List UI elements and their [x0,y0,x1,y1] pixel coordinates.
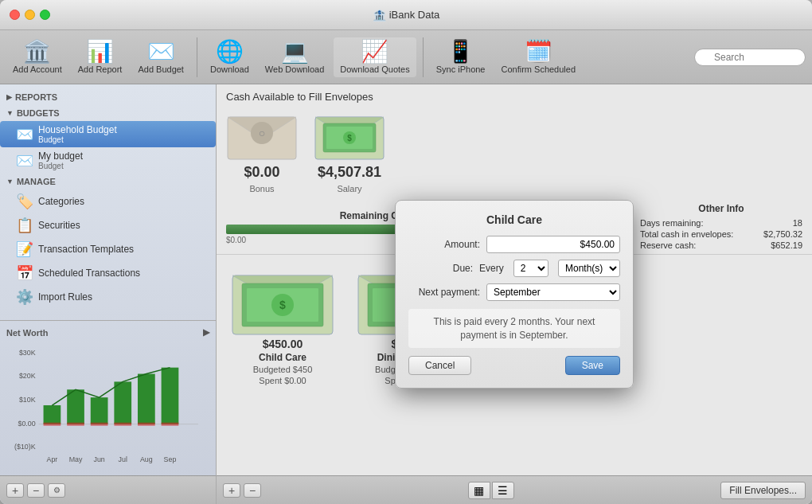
sidebar-item-scheduled-transactions[interactable]: 📅 Scheduled Transactions [0,261,216,285]
sidebar-item-household-budget[interactable]: ✉️ Household Budget Budget [0,121,216,147]
add-account-button[interactable]: 🏛️ Add Account [6,37,68,77]
title-text: iBank Data [389,9,440,21]
manage-arrow-icon: ▼ [6,178,14,186]
add-account-icon: 🏛️ [23,41,51,63]
household-budget-sub: Budget [38,135,117,144]
templates-icon: 📝 [16,240,33,258]
toolbar-separator-2 [423,37,424,77]
modal-due-unit-select[interactable]: Month(s) Week(s) Year(s) [558,260,620,277]
sidebar-item-categories[interactable]: 🏷️ Categories [0,189,216,213]
securities-icon: 📋 [16,217,33,234]
add-sidebar-button[interactable]: + [6,483,24,498]
sidebar-item-my-budget[interactable]: ✉️ My budget Budget [0,147,216,174]
budgets-label: BUDGETS [17,108,60,118]
sync-iphone-button[interactable]: 📱 Sync iPhone [430,37,492,77]
svg-rect-15 [114,423,131,426]
add-report-label: Add Report [78,64,123,74]
my-budget-sub: Budget [38,162,83,170]
net-worth-header[interactable]: Net Worth ▶ [0,324,216,341]
scheduled-label: Scheduled Transactions [38,268,140,279]
sidebar: ▶ REPORTS ▼ BUDGETS ✉️ Household Budget … [0,84,217,504]
reports-label: REPORTS [15,92,57,102]
download-quotes-button[interactable]: 📈 Download Quotes [334,37,416,77]
title-icon: 🏦 [373,9,386,21]
net-worth-arrow-icon: ▶ [203,327,209,338]
download-button[interactable]: 🌐 Download [204,37,256,77]
svg-rect-16 [138,423,155,426]
sidebar-item-securities[interactable]: 📋 Securities [0,213,216,237]
sidebar-item-import-rules[interactable]: ⚙️ Import Rules [0,285,216,309]
svg-rect-7 [67,389,84,424]
modal-amount-row: Amount: [408,236,620,253]
confirm-scheduled-label: Confirm Scheduled [501,64,576,74]
action-sidebar-button[interactable]: ⚙ [48,483,65,498]
scheduled-icon: 📅 [16,264,33,282]
svg-text:Sep: Sep [164,455,177,463]
household-budget-icon: ✉️ [16,126,33,143]
import-rules-icon: ⚙️ [16,288,33,306]
search-input[interactable] [694,49,806,66]
sidebar-item-transaction-templates[interactable]: 📝 Transaction Templates [0,237,216,261]
child-care-modal: Child Care Amount: Due: Every 2 1 3 [395,200,634,389]
sidebar-budgets-header[interactable]: ▼ BUDGETS [0,105,216,121]
modal-due-number-select[interactable]: 2 1 3 [513,260,548,277]
close-button[interactable] [10,10,20,20]
modal-overlay: Child Care Amount: Due: Every 2 1 3 [217,84,812,504]
modal-next-payment-label: Next payment: [408,287,480,298]
net-worth-section: Net Worth ▶ $30K $20K $10K $0.00 ($10)K [0,320,216,475]
svg-text:May: May [69,455,83,463]
modal-due-prefix: Every [479,263,504,274]
add-budget-icon: ✉️ [147,41,175,63]
modal-save-button[interactable]: Save [565,356,620,375]
my-budget-label: My budget [38,150,83,162]
modal-title: Child Care [408,213,620,226]
add-report-button[interactable]: 📊 Add Report [72,37,129,77]
import-rules-label: Import Rules [38,291,92,303]
titlebar: 🏦 iBank Data [0,0,812,30]
modal-amount-label: Amount: [408,239,480,250]
svg-text:$10K: $10K [19,396,36,404]
categories-label: Categories [38,196,84,207]
search-wrap: 🔍 [694,49,806,66]
svg-rect-6 [44,405,61,424]
confirm-scheduled-icon: 🗓️ [525,41,552,63]
add-budget-button[interactable]: ✉️ Add Budget [131,37,190,77]
svg-text:Jun: Jun [93,455,104,463]
minimize-button[interactable] [25,10,35,20]
budgets-arrow-icon: ▼ [6,109,14,117]
remove-sidebar-button[interactable]: − [27,483,45,498]
templates-label: Transaction Templates [38,244,134,255]
modal-due-label: Due: [408,263,473,274]
sidebar-reports-header[interactable]: ▶ REPORTS [0,89,216,105]
modal-cancel-button[interactable]: Cancel [408,356,471,375]
sidebar-scroll: ▶ REPORTS ▼ BUDGETS ✉️ Household Budget … [0,84,216,320]
manage-label: MANAGE [17,177,56,186]
reports-arrow-icon: ▶ [6,93,12,101]
download-icon: 🌐 [216,41,244,63]
svg-text:Jul: Jul [119,455,127,463]
download-quotes-icon: 📈 [361,41,388,63]
main-content: ▶ REPORTS ▼ BUDGETS ✉️ Household Budget … [0,84,812,504]
modal-next-payment-select[interactable]: September October November [486,283,620,301]
svg-rect-9 [114,381,131,424]
add-account-label: Add Account [13,64,62,74]
sidebar-manage-header[interactable]: ▼ MANAGE [0,174,216,189]
svg-rect-12 [44,423,61,426]
household-budget-label: Household Budget [38,124,117,135]
web-download-button[interactable]: 💻 Web Download [259,37,330,77]
maximize-button[interactable] [40,10,50,20]
svg-rect-10 [138,374,155,424]
svg-rect-13 [67,423,84,426]
web-download-icon: 💻 [281,41,309,63]
modal-info-text: This is paid every 2 months. Your next p… [408,309,620,349]
toolbar-separator-1 [197,37,197,77]
download-label: Download [210,64,249,74]
toolbar: 🏛️ Add Account 📊 Add Report ✉️ Add Budge… [0,30,812,84]
modal-amount-input[interactable] [486,236,620,253]
svg-text:($10)K: ($10)K [14,443,36,451]
add-budget-label: Add Budget [138,64,184,74]
modal-next-payment-row: Next payment: September October November [408,283,620,301]
net-worth-label: Net Worth [6,328,48,338]
securities-label: Securities [38,220,80,231]
confirm-scheduled-button[interactable]: 🗓️ Confirm Scheduled [494,37,582,77]
